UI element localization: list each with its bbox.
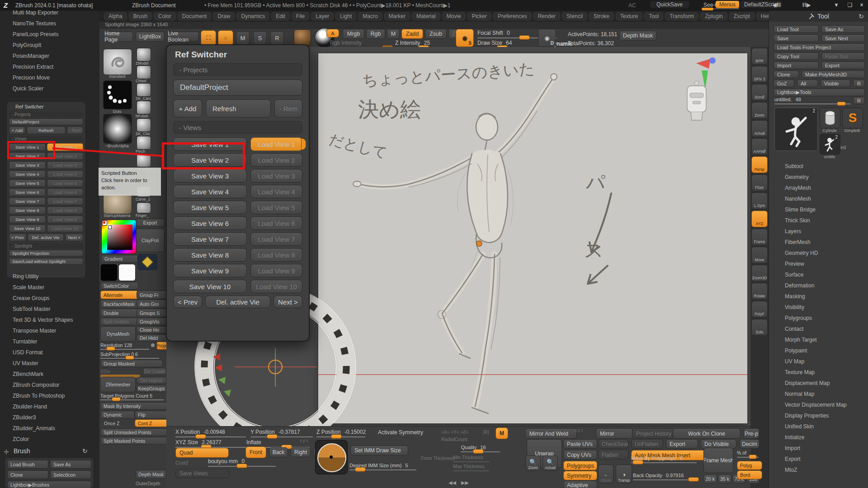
unflatten-button[interactable]: UnFlatten — [631, 439, 663, 449]
paste-uvs-button[interactable]: Paste UVs — [563, 439, 597, 449]
goz-button[interactable]: GoZ — [774, 80, 794, 87]
tool-name-slider[interactable]: untitled. 48 — [774, 97, 850, 104]
do-visible-button[interactable]: Do Visible — [701, 439, 736, 449]
sdiv-slider[interactable]: SDiv — [100, 369, 140, 375]
brush-clone-button[interactable]: Clone — [7, 470, 48, 479]
sidebar-plugin-item[interactable]: Quick Scaler — [0, 83, 99, 94]
rgb-slot-button[interactable]: R — [270, 31, 284, 45]
tool-panel-section[interactable]: Unified Skin — [769, 421, 868, 432]
load-view-button[interactable]: Load View 6 — [250, 216, 302, 230]
current-brush-thumbnail[interactable] — [103, 49, 132, 75]
tool-panel-section[interactable]: Import — [769, 443, 868, 454]
shelf-aahalf-button[interactable]: AAHalf — [751, 138, 768, 155]
brush-palette-title[interactable]: Brush — [14, 447, 30, 455]
project-button[interactable]: Proje — [156, 342, 167, 350]
mask-by-intensity-button[interactable]: Mask By Intensity — [100, 402, 167, 410]
close-icon[interactable]: × — [856, 2, 867, 8]
move-gizmo-icon[interactable]: ⁘ — [218, 30, 233, 46]
split-hidden-button[interactable]: Split Hidden — [100, 318, 138, 325]
sidebar-plugin-item[interactable]: Ring Utility — [0, 271, 99, 282]
save-view-button[interactable]: Save View 7 — [173, 232, 247, 246]
brush-finger-icon[interactable] — [137, 202, 151, 213]
shelf-zoom-button[interactable]: Zoom — [751, 102, 768, 119]
cust2-label[interactable]: Cust2 — [175, 460, 189, 465]
shelf-zoom3d-button[interactable]: Zoom3D — [751, 265, 768, 282]
menu-item[interactable]: Stroke — [589, 12, 614, 20]
backface-mask-button[interactable]: BackfaceMask — [100, 300, 138, 308]
mini-spotlight-header[interactable]: - Spotlight — [9, 243, 83, 249]
from-thickness-label[interactable]: From Thickness — [421, 455, 455, 461]
decimate-button[interactable]: Decim — [740, 439, 760, 449]
sidebar-plugin-item[interactable]: ZBuilder3 — [0, 412, 99, 423]
tool-panel-section[interactable]: Normal Map — [769, 389, 868, 399]
brush-variant-icon[interactable] — [137, 136, 151, 150]
sidebar-plugin-item[interactable]: PolyGroupIt — [0, 40, 99, 51]
group-masked-button[interactable]: Group Masked — [100, 360, 163, 367]
menu-item[interactable]: Preferences — [493, 12, 532, 20]
dynamic-subdiv-button[interactable]: Dynamic — [100, 411, 135, 419]
tool-panel-section[interactable]: Preview — [769, 258, 868, 269]
desired-imm-size-slider[interactable]: Desired IMM Size (mm) 5 — [349, 463, 416, 470]
tool-panel-section[interactable]: Display Properties — [769, 410, 868, 421]
sidebar-plugin-item[interactable]: ZBenchMark — [0, 369, 99, 380]
tool-panel-header[interactable]: Tool ↻ — [769, 11, 868, 22]
load-view-button[interactable]: Load View 7 — [250, 232, 302, 246]
save-view-button[interactable]: Save View 9 — [173, 264, 247, 277]
group-visible-button[interactable]: GroupVis — [137, 318, 169, 325]
close-holes-button[interactable]: Close Ho — [137, 326, 169, 333]
menu-item[interactable]: Texture — [616, 12, 642, 20]
load-view-button[interactable]: Load View 4 — [47, 170, 84, 178]
mirror-and-weld-button[interactable]: Mirror And Weld — [525, 428, 577, 439]
poly-20k-button[interactable]: 20 k — [703, 474, 717, 483]
load-view-button[interactable]: Load View 9 — [250, 264, 302, 277]
brush-save-as-button[interactable]: Save As — [50, 460, 91, 469]
material-thumbnail[interactable] — [103, 193, 132, 214]
tool-panel-section[interactable]: FiberMesh — [769, 237, 868, 248]
sidebar-plugin-item[interactable]: ZBrush To Photoshop — [0, 390, 99, 401]
tool-panel-section[interactable]: Texture Map — [769, 367, 868, 378]
load-view-button[interactable]: Load View 6 — [47, 188, 84, 196]
group-front-button[interactable]: Group Fr — [137, 291, 169, 299]
lightbox-button[interactable]: LightBox — [136, 32, 165, 42]
shelf-persp-button[interactable]: Persp — [751, 156, 768, 173]
back-opacity-slider[interactable]: Back Opacity 0.97916 — [633, 473, 697, 480]
min-thickness-slider[interactable]: Min Thickness — [453, 455, 489, 462]
imm-draw-size-preview[interactable] — [315, 440, 348, 474]
tool-panel-section[interactable]: Geometry — [769, 172, 868, 183]
menu-item[interactable]: Brush — [129, 12, 152, 20]
tool-export-button[interactable]: Export — [821, 61, 865, 69]
brush-variant-icon[interactable] — [137, 101, 151, 114]
material-slot-button[interactable]: M — [236, 31, 250, 45]
tool-panel-section[interactable]: Subtool — [769, 161, 868, 172]
cont-z-button[interactable]: Cont Z — [135, 419, 169, 427]
tool-panel-section[interactable]: Surface — [769, 269, 868, 280]
load-view-button[interactable]: Load View 4 — [250, 185, 302, 198]
load-view-button[interactable]: Load View 10 — [250, 280, 302, 293]
blur-dot-icon[interactable] — [151, 343, 155, 347]
flip-button[interactable]: Flip — [135, 411, 169, 419]
tool-panel-section[interactable]: Morph Target — [769, 334, 868, 345]
load-tool-button[interactable]: Load Tool — [774, 25, 819, 33]
menu-item[interactable]: Layer — [311, 12, 334, 20]
mini-del-active-button[interactable]: Del. active Vie — [28, 234, 64, 241]
menu-item[interactable]: Movie — [442, 12, 466, 20]
main-color-swatch[interactable] — [100, 264, 118, 281]
tool-panel-section[interactable]: Displacement Map — [769, 378, 868, 389]
live-boolean-button[interactable]: Live Boolean — [167, 32, 199, 42]
save-view-button[interactable]: Save View 10 — [173, 280, 247, 293]
menu-item[interactable]: Marker — [384, 12, 410, 20]
del-higher-button[interactable]: Del Higher — [137, 377, 166, 384]
load-view-button[interactable]: Load View 2 — [250, 153, 302, 167]
split-unmasked-button[interactable]: Split Unmasked Points — [100, 428, 169, 436]
projects-header[interactable]: - Projects — [173, 63, 302, 76]
save-view-button[interactable]: Save View 8 — [9, 206, 46, 214]
brush-select-icon-button[interactable]: SelectIcon — [50, 470, 91, 479]
mini-prev-button[interactable]: < Prev — [9, 234, 26, 241]
save-views-button[interactable]: Save Views — [175, 469, 230, 478]
save-view-button[interactable]: Save View 4 — [173, 185, 247, 198]
save-view-button[interactable]: Save View 9 — [9, 216, 46, 223]
menu-item[interactable]: Color — [154, 12, 176, 20]
sidebar-plugin-item[interactable]: Transpose Master — [0, 325, 99, 336]
untitled-small-thumbnail[interactable]: 2 — [820, 134, 840, 155]
color-picker[interactable] — [101, 220, 137, 254]
